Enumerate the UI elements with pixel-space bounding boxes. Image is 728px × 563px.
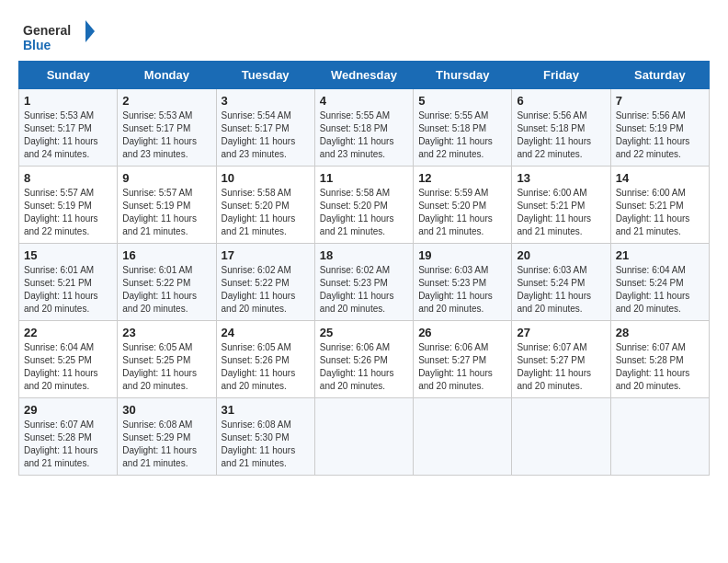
calendar-cell: 25Sunrise: 6:06 AMSunset: 5:26 PMDayligh…	[314, 321, 413, 398]
calendar-header-monday: Monday	[118, 62, 216, 89]
calendar-header-row: SundayMondayTuesdayWednesdayThursdayFrid…	[19, 62, 710, 89]
day-info: Sunrise: 5:58 AMSunset: 5:20 PMDaylight:…	[222, 187, 310, 238]
calendar-cell: 2Sunrise: 5:53 AMSunset: 5:17 PMDaylight…	[118, 89, 216, 167]
day-number: 3	[222, 94, 310, 108]
day-number: 21	[616, 248, 704, 262]
day-number: 9	[122, 171, 210, 185]
day-info: Sunrise: 6:06 AMSunset: 5:26 PMDaylight:…	[320, 341, 408, 393]
calendar-cell: 26Sunrise: 6:06 AMSunset: 5:27 PMDayligh…	[414, 321, 512, 398]
calendar-cell: 27Sunrise: 6:07 AMSunset: 5:27 PMDayligh…	[512, 321, 610, 398]
day-number: 23	[122, 326, 210, 339]
calendar-cell: 11Sunrise: 5:58 AMSunset: 5:20 PMDayligh…	[314, 167, 413, 244]
day-info: Sunrise: 6:06 AMSunset: 5:27 PMDaylight:…	[418, 341, 506, 393]
calendar-cell: 16Sunrise: 6:01 AMSunset: 5:22 PMDayligh…	[118, 244, 216, 321]
calendar-cell: 14Sunrise: 6:00 AMSunset: 5:21 PMDayligh…	[610, 167, 709, 244]
day-info: Sunrise: 5:53 AMSunset: 5:17 PMDaylight:…	[24, 109, 112, 161]
calendar-cell	[512, 398, 610, 476]
day-number: 10	[222, 171, 310, 185]
calendar-cell: 21Sunrise: 6:04 AMSunset: 5:24 PMDayligh…	[610, 244, 709, 321]
day-number: 19	[418, 248, 506, 262]
day-info: Sunrise: 6:04 AMSunset: 5:25 PMDaylight:…	[24, 341, 112, 393]
calendar-cell: 31Sunrise: 6:08 AMSunset: 5:30 PMDayligh…	[216, 398, 314, 476]
day-info: Sunrise: 6:01 AMSunset: 5:22 PMDaylight:…	[122, 264, 210, 316]
calendar-cell	[314, 398, 413, 476]
day-number: 30	[122, 403, 210, 417]
day-info: Sunrise: 5:57 AMSunset: 5:19 PMDaylight:…	[24, 187, 112, 238]
day-number: 31	[222, 403, 310, 417]
calendar-cell: 19Sunrise: 6:03 AMSunset: 5:23 PMDayligh…	[414, 244, 512, 321]
day-info: Sunrise: 5:55 AMSunset: 5:18 PMDaylight:…	[418, 109, 506, 161]
calendar-header-sunday: Sunday	[19, 62, 118, 89]
day-info: Sunrise: 5:53 AMSunset: 5:17 PMDaylight:…	[122, 109, 210, 161]
calendar-table: SundayMondayTuesdayWednesdayThursdayFrid…	[18, 61, 710, 476]
calendar-week-row: 1Sunrise: 5:53 AMSunset: 5:17 PMDaylight…	[19, 89, 710, 167]
svg-text:Blue: Blue	[23, 38, 51, 52]
day-info: Sunrise: 6:08 AMSunset: 5:29 PMDaylight:…	[122, 419, 210, 470]
day-number: 24	[222, 326, 310, 339]
day-info: Sunrise: 6:00 AMSunset: 5:21 PMDaylight:…	[517, 187, 605, 238]
calendar-header-thursday: Thursday	[414, 62, 512, 89]
day-info: Sunrise: 6:07 AMSunset: 5:28 PMDaylight:…	[24, 419, 112, 470]
svg-text:General: General	[23, 23, 71, 38]
day-number: 14	[616, 171, 704, 185]
day-number: 15	[24, 248, 112, 262]
calendar-cell: 5Sunrise: 5:55 AMSunset: 5:18 PMDaylight…	[414, 89, 512, 167]
calendar-cell: 12Sunrise: 5:59 AMSunset: 5:20 PMDayligh…	[414, 167, 512, 244]
day-info: Sunrise: 6:02 AMSunset: 5:23 PMDaylight:…	[320, 264, 408, 316]
day-number: 13	[517, 171, 605, 185]
day-number: 25	[320, 326, 408, 339]
day-info: Sunrise: 5:56 AMSunset: 5:19 PMDaylight:…	[616, 109, 704, 161]
day-number: 8	[24, 171, 112, 185]
day-info: Sunrise: 6:02 AMSunset: 5:22 PMDaylight:…	[222, 264, 310, 316]
calendar-cell: 13Sunrise: 6:00 AMSunset: 5:21 PMDayligh…	[512, 167, 610, 244]
calendar-cell: 7Sunrise: 5:56 AMSunset: 5:19 PMDaylight…	[610, 89, 709, 167]
day-info: Sunrise: 5:59 AMSunset: 5:20 PMDaylight:…	[418, 187, 506, 238]
calendar-cell: 22Sunrise: 6:04 AMSunset: 5:25 PMDayligh…	[19, 321, 118, 398]
calendar-cell: 30Sunrise: 6:08 AMSunset: 5:29 PMDayligh…	[118, 398, 216, 476]
calendar-cell: 18Sunrise: 6:02 AMSunset: 5:23 PMDayligh…	[314, 244, 413, 321]
day-number: 16	[122, 248, 210, 262]
day-number: 29	[24, 403, 112, 417]
day-info: Sunrise: 5:57 AMSunset: 5:19 PMDaylight:…	[122, 187, 210, 238]
day-number: 26	[418, 326, 506, 339]
calendar-week-row: 22Sunrise: 6:04 AMSunset: 5:25 PMDayligh…	[19, 321, 710, 398]
calendar-cell: 20Sunrise: 6:03 AMSunset: 5:24 PMDayligh…	[512, 244, 610, 321]
calendar-cell	[414, 398, 512, 476]
day-info: Sunrise: 6:08 AMSunset: 5:30 PMDaylight:…	[222, 419, 310, 470]
day-info: Sunrise: 6:05 AMSunset: 5:25 PMDaylight:…	[122, 341, 210, 393]
calendar-cell: 4Sunrise: 5:55 AMSunset: 5:18 PMDaylight…	[314, 89, 413, 167]
day-info: Sunrise: 5:54 AMSunset: 5:17 PMDaylight:…	[222, 109, 310, 161]
day-info: Sunrise: 6:04 AMSunset: 5:24 PMDaylight:…	[616, 264, 704, 316]
day-info: Sunrise: 6:07 AMSunset: 5:28 PMDaylight:…	[616, 341, 704, 393]
day-number: 11	[320, 171, 408, 185]
calendar-week-row: 29Sunrise: 6:07 AMSunset: 5:28 PMDayligh…	[19, 398, 710, 476]
calendar-cell: 24Sunrise: 6:05 AMSunset: 5:26 PMDayligh…	[216, 321, 314, 398]
day-number: 22	[24, 326, 112, 339]
calendar-header-wednesday: Wednesday	[314, 62, 413, 89]
day-number: 18	[320, 248, 408, 262]
calendar-header-saturday: Saturday	[610, 62, 709, 89]
calendar-week-row: 8Sunrise: 5:57 AMSunset: 5:19 PMDaylight…	[19, 167, 710, 244]
day-info: Sunrise: 6:03 AMSunset: 5:23 PMDaylight:…	[418, 264, 506, 316]
day-number: 20	[517, 248, 605, 262]
calendar-header-tuesday: Tuesday	[216, 62, 314, 89]
day-number: 27	[517, 326, 605, 339]
calendar-cell: 29Sunrise: 6:07 AMSunset: 5:28 PMDayligh…	[19, 398, 118, 476]
calendar-header-friday: Friday	[512, 62, 610, 89]
day-info: Sunrise: 6:03 AMSunset: 5:24 PMDaylight:…	[517, 264, 605, 316]
logo: GeneralBlue	[18, 18, 101, 55]
calendar-cell: 1Sunrise: 5:53 AMSunset: 5:17 PMDaylight…	[19, 89, 118, 167]
day-number: 5	[418, 94, 506, 108]
calendar-cell: 3Sunrise: 5:54 AMSunset: 5:17 PMDaylight…	[216, 89, 314, 167]
day-number: 1	[24, 94, 112, 108]
calendar-cell: 23Sunrise: 6:05 AMSunset: 5:25 PMDayligh…	[118, 321, 216, 398]
page-header: GeneralBlue	[18, 18, 710, 55]
calendar-cell: 6Sunrise: 5:56 AMSunset: 5:18 PMDaylight…	[512, 89, 610, 167]
day-number: 4	[320, 94, 408, 108]
day-number: 2	[122, 94, 210, 108]
svg-marker-2	[85, 20, 95, 42]
calendar-cell: 9Sunrise: 5:57 AMSunset: 5:19 PMDaylight…	[118, 167, 216, 244]
calendar-cell: 15Sunrise: 6:01 AMSunset: 5:21 PMDayligh…	[19, 244, 118, 321]
calendar-cell: 28Sunrise: 6:07 AMSunset: 5:28 PMDayligh…	[610, 321, 709, 398]
day-info: Sunrise: 6:01 AMSunset: 5:21 PMDaylight:…	[24, 264, 112, 316]
